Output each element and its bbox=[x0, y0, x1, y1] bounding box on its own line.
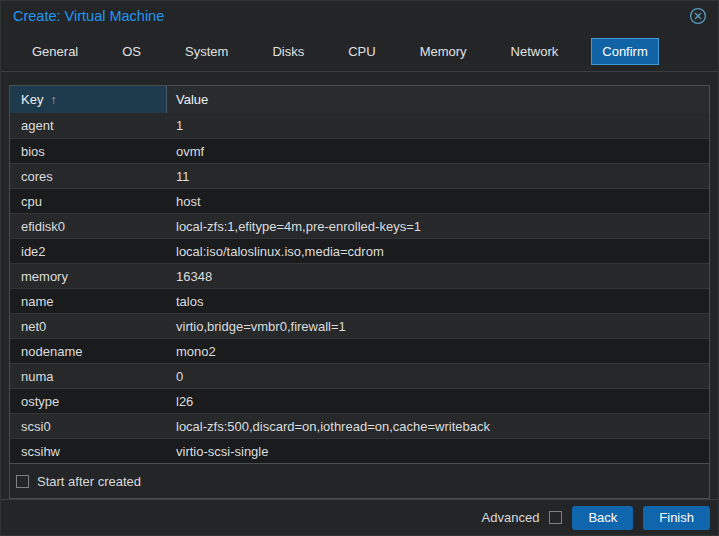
table-row[interactable]: agent1 bbox=[10, 113, 709, 138]
row-value: mono2 bbox=[167, 339, 709, 363]
row-key: ostype bbox=[10, 389, 167, 413]
column-header-key[interactable]: Key ↑ bbox=[10, 86, 167, 113]
row-value: talos bbox=[167, 289, 709, 313]
advanced-label: Advanced bbox=[482, 510, 540, 525]
tab-network[interactable]: Network bbox=[500, 38, 570, 65]
summary-grid: Key ↑ Value agent1biosovmfcores11cpuhost… bbox=[10, 86, 709, 464]
row-value: 16348 bbox=[167, 264, 709, 288]
row-key: memory bbox=[10, 264, 167, 288]
row-key: cpu bbox=[10, 189, 167, 213]
tab-disks[interactable]: Disks bbox=[261, 38, 315, 65]
row-value: host bbox=[167, 189, 709, 213]
row-key: cores bbox=[10, 164, 167, 188]
table-row[interactable]: biosovmf bbox=[10, 138, 709, 163]
table-row[interactable]: ostypel26 bbox=[10, 388, 709, 413]
row-key: net0 bbox=[10, 314, 167, 338]
start-after-created-label: Start after created bbox=[37, 474, 141, 489]
table-body: agent1biosovmfcores11cpuhostefidisk0loca… bbox=[10, 113, 709, 463]
table-row[interactable]: scsihwvirtio-scsi-single bbox=[10, 438, 709, 463]
row-key: bios bbox=[10, 139, 167, 163]
table-row[interactable]: nametalos bbox=[10, 288, 709, 313]
table-row[interactable]: net0virtio,bridge=vmbr0,firewall=1 bbox=[10, 313, 709, 338]
table-row[interactable]: cores11 bbox=[10, 163, 709, 188]
column-header-value[interactable]: Value bbox=[167, 86, 709, 113]
close-icon[interactable] bbox=[689, 7, 707, 25]
row-key: agent bbox=[10, 113, 167, 138]
table-row[interactable]: memory16348 bbox=[10, 263, 709, 288]
tab-memory[interactable]: Memory bbox=[409, 38, 478, 65]
tab-cpu[interactable]: CPU bbox=[337, 38, 386, 65]
row-value: l26 bbox=[167, 389, 709, 413]
table-row[interactable]: ide2local:iso/taloslinux.iso,media=cdrom bbox=[10, 238, 709, 263]
row-value: local:iso/taloslinux.iso,media=cdrom bbox=[167, 239, 709, 263]
table-row[interactable]: nodenamemono2 bbox=[10, 338, 709, 363]
dialog-titlebar: Create: Virtual Machine bbox=[1, 1, 718, 31]
row-value: local-zfs:500,discard=on,iothread=on,cac… bbox=[167, 414, 709, 438]
column-header-key-label: Key bbox=[21, 92, 43, 107]
tab-bar: GeneralOSSystemDisksCPUMemoryNetworkConf… bbox=[1, 31, 718, 72]
advanced-checkbox[interactable] bbox=[549, 511, 562, 524]
back-button[interactable]: Back bbox=[572, 506, 633, 530]
confirm-panel: Key ↑ Value agent1biosovmfcores11cpuhost… bbox=[9, 85, 710, 499]
row-key: efidisk0 bbox=[10, 214, 167, 238]
row-key: ide2 bbox=[10, 239, 167, 263]
create-vm-dialog: Create: Virtual Machine GeneralOSSystemD… bbox=[0, 0, 719, 536]
row-value: virtio,bridge=vmbr0,firewall=1 bbox=[167, 314, 709, 338]
start-after-created-row: Start after created bbox=[10, 464, 709, 498]
tab-os[interactable]: OS bbox=[111, 38, 152, 65]
finish-button[interactable]: Finish bbox=[643, 506, 710, 530]
grid-header: Key ↑ Value bbox=[10, 86, 709, 113]
sort-asc-icon: ↑ bbox=[50, 93, 56, 107]
row-key: name bbox=[10, 289, 167, 313]
row-value: 0 bbox=[167, 364, 709, 388]
column-header-value-label: Value bbox=[176, 92, 208, 107]
table-row[interactable]: scsi0local-zfs:500,discard=on,iothread=o… bbox=[10, 413, 709, 438]
row-value: ovmf bbox=[167, 139, 709, 163]
table-row[interactable]: efidisk0local-zfs:1,efitype=4m,pre-enrol… bbox=[10, 213, 709, 238]
row-key: scsi0 bbox=[10, 414, 167, 438]
row-value: virtio-scsi-single bbox=[167, 439, 709, 463]
row-key: scsihw bbox=[10, 439, 167, 463]
row-key: nodename bbox=[10, 339, 167, 363]
table-row[interactable]: cpuhost bbox=[10, 188, 709, 213]
row-key: numa bbox=[10, 364, 167, 388]
row-value: local-zfs:1,efitype=4m,pre-enrolled-keys… bbox=[167, 214, 709, 238]
tab-confirm[interactable]: Confirm bbox=[591, 38, 659, 65]
table-row[interactable]: numa0 bbox=[10, 363, 709, 388]
dialog-title: Create: Virtual Machine bbox=[13, 8, 164, 24]
row-value: 11 bbox=[167, 164, 709, 188]
start-after-created-checkbox[interactable] bbox=[16, 475, 29, 488]
row-value: 1 bbox=[167, 113, 709, 138]
tab-system[interactable]: System bbox=[174, 38, 239, 65]
tab-general[interactable]: General bbox=[21, 38, 89, 65]
dialog-footer: Advanced Back Finish bbox=[1, 499, 718, 535]
